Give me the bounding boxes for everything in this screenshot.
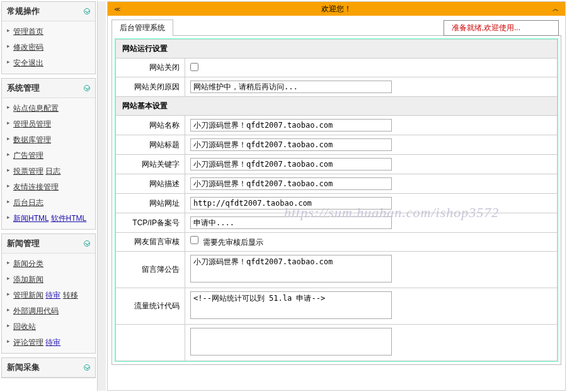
sidebar-item[interactable]: 外部调用代码	[2, 303, 95, 319]
sidebar-item[interactable]: 管理首页	[2, 24, 95, 40]
sidebar-item[interactable]: 修改密码	[2, 40, 95, 55]
site-keywords-input[interactable]	[190, 158, 392, 171]
sidebar-item-extra[interactable]: 软件HTML	[51, 214, 87, 223]
collapse-icon[interactable]: ︽	[551, 4, 560, 13]
sidebar-item[interactable]: 后台日志	[2, 195, 95, 211]
panel-header[interactable]: 系统管理	[2, 79, 95, 98]
panel-header[interactable]: 新闻采集	[2, 358, 95, 378]
sidebar-item[interactable]: 新闻分类	[2, 256, 95, 272]
field-label: 网站关键字	[116, 155, 185, 174]
guest-audit-checkbox[interactable]	[190, 236, 198, 244]
panel-title: 系统管理	[7, 82, 40, 94]
titlebar: ≪ 欢迎您！ ︽	[108, 2, 565, 16]
section-header: 网站运行设置	[116, 40, 558, 59]
panel-title: 新闻管理	[7, 238, 40, 249]
chevron-left-icon[interactable]: ≪	[113, 4, 122, 13]
sidebar-item[interactable]: 管理员管理	[2, 116, 95, 132]
guest-notice-textarea[interactable]	[190, 255, 392, 283]
sidebar-item[interactable]: 回收站	[2, 319, 95, 335]
site-close-checkbox[interactable]	[190, 63, 198, 71]
chevron-down-icon[interactable]	[84, 364, 90, 371]
panel-general: 常规操作 管理首页 修改密码 安全退出	[1, 1, 96, 74]
panel-header[interactable]: 常规操作	[2, 2, 95, 21]
sidebar-item[interactable]: 管理新闻	[13, 291, 43, 300]
panel-title: 常规操作	[7, 6, 40, 17]
sidebar-item[interactable]: 新闻HTML	[13, 214, 49, 223]
field-label: 网站标题	[116, 135, 185, 155]
scrollbar[interactable]	[97, 1, 106, 391]
field-label	[116, 325, 185, 361]
site-title-input[interactable]	[190, 138, 392, 151]
site-url-input[interactable]	[190, 197, 392, 210]
site-desc-input[interactable]	[190, 177, 392, 190]
sidebar-item[interactable]: 广告管理	[2, 148, 95, 164]
stats-code-textarea[interactable]	[190, 291, 392, 319]
panel-title: 新闻采集	[7, 362, 40, 373]
field-label: 网站描述	[116, 174, 185, 194]
sidebar-item[interactable]: 评论管理	[13, 338, 43, 347]
chevron-down-icon[interactable]	[84, 240, 90, 247]
sidebar-item-extra[interactable]: 待审	[45, 338, 60, 347]
titlebar-text: 欢迎您！	[321, 4, 352, 14]
sidebar-item-extra2[interactable]: 转移	[63, 291, 78, 300]
extra-textarea[interactable]	[190, 328, 392, 356]
field-label: 网站名称	[116, 116, 185, 135]
tab-admin[interactable]: 后台管理系统	[112, 20, 173, 36]
field-label: 网友留言审核	[116, 233, 185, 252]
sidebar-item[interactable]: 数据库管理	[2, 132, 95, 148]
sidebar-item[interactable]: 添加新闻	[2, 272, 95, 288]
sidebar-item[interactable]: 友情连接管理	[2, 179, 95, 195]
field-label: 网站关闭	[116, 59, 185, 77]
guest-audit-text: 需要先审核后显示	[203, 238, 263, 247]
chevron-down-icon[interactable]	[84, 8, 90, 14]
panel-collect: 新闻采集	[1, 357, 96, 378]
sidebar-item[interactable]: 站点信息配置	[2, 101, 95, 116]
icp-input[interactable]	[190, 216, 392, 229]
sidebar-item[interactable]: 安全退出	[2, 55, 95, 71]
status-message: 准备就绪,欢迎使用...	[444, 20, 559, 36]
settings-form: 网站运行设置 网站关闭 网站关闭原因 网站基本设置 网站名称	[115, 39, 558, 361]
panel-news: 新闻管理 新闻分类 添加新闻 管理新闻 待审 转移 外部调用代码 回收站 评论管…	[1, 233, 96, 354]
field-label: TCP/IP备案号	[116, 213, 185, 233]
close-reason-input[interactable]	[190, 81, 392, 93]
sidebar: 常规操作 管理首页 修改密码 安全退出 系统管理 站点信息配置 管理员管理 数据…	[1, 1, 96, 391]
sidebar-item-extra[interactable]: 日志	[45, 167, 60, 176]
main-panel: ≪ 欢迎您！ ︽ 后台管理系统 准备就绪,欢迎使用... 网站运行设置 网站关闭	[107, 1, 566, 391]
panel-header[interactable]: 新闻管理	[2, 234, 95, 254]
sidebar-item[interactable]: 投票管理	[13, 167, 43, 176]
sidebar-item-extra[interactable]: 待审	[45, 291, 60, 300]
panel-system: 系统管理 站点信息配置 管理员管理 数据库管理 广告管理 投票管理 日志 友情连…	[1, 78, 96, 230]
section-header: 网站基本设置	[116, 97, 558, 116]
chevron-down-icon[interactable]	[84, 85, 90, 91]
site-name-input[interactable]	[190, 119, 392, 132]
field-label: 网站关闭原因	[116, 77, 185, 97]
field-label: 网站网址	[116, 194, 185, 213]
field-label: 留言簿公告	[116, 252, 185, 288]
field-label: 流量统计代码	[116, 288, 185, 325]
